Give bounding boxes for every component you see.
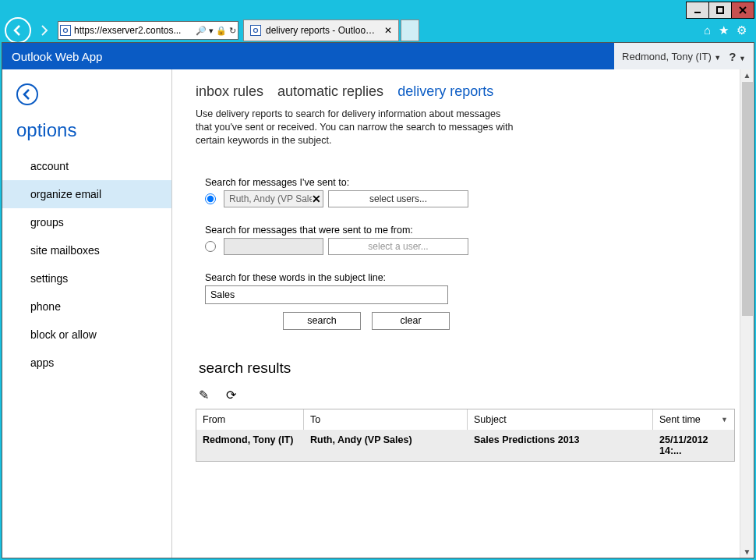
tab-favicon-icon: O	[250, 25, 261, 36]
main-content: inbox rules automatic replies delivery r…	[172, 69, 754, 558]
page-title: options	[16, 119, 171, 141]
tab-automatic-replies[interactable]: automatic replies	[277, 83, 383, 100]
clear-button[interactable]: clear	[372, 312, 450, 330]
sidebar: options account organize email groups si…	[2, 69, 172, 558]
maximize-button[interactable]	[708, 2, 732, 19]
vertical-scrollbar[interactable]: ▲ ▼	[740, 69, 754, 558]
sent-to-radio[interactable]	[205, 193, 216, 204]
col-header-from[interactable]: From	[196, 409, 304, 430]
tools-gear-icon[interactable]: ⚙	[737, 23, 747, 37]
search-dropdown-icon[interactable]: 🔎 ▾	[196, 26, 214, 36]
url-text: https://exserver2.contos...	[74, 25, 193, 36]
scroll-up-icon[interactable]: ▲	[744, 71, 751, 80]
tab-delivery-reports[interactable]: delivery reports	[397, 83, 493, 100]
home-icon[interactable]: ⌂	[704, 23, 711, 37]
app-title: Outlook Web App	[12, 50, 102, 63]
sidebar-item-settings[interactable]: settings	[2, 264, 171, 292]
col-header-sent-time[interactable]: Sent time ▼	[653, 409, 734, 430]
subject-input[interactable]	[205, 285, 448, 304]
scroll-down-icon[interactable]: ▼	[744, 548, 751, 556]
browser-tab-active[interactable]: O delivery reports - Outlook ... ✕	[243, 19, 399, 41]
results-heading: search results	[199, 360, 754, 377]
select-users-button[interactable]: select users...	[328, 190, 468, 207]
tab-title: delivery reports - Outlook ...	[266, 25, 380, 36]
address-bar[interactable]: O https://exserver2.contos... 🔎 ▾ 🔒 ↻	[58, 21, 238, 40]
col-header-to[interactable]: To	[304, 409, 468, 430]
clear-recipient-icon[interactable]: ✕	[312, 193, 321, 205]
tab-inbox-rules[interactable]: inbox rules	[196, 83, 263, 100]
results-table: From To Subject Sent time ▼ Redmond, Ton…	[196, 409, 735, 462]
refresh-icon[interactable]: ↻	[229, 26, 236, 36]
back-button[interactable]	[5, 17, 31, 44]
sent-from-value-field	[224, 238, 323, 255]
sidebar-item-groups[interactable]: groups	[2, 208, 171, 236]
window-title-bar	[2, 2, 754, 19]
close-button[interactable]	[731, 2, 754, 19]
refresh-results-icon[interactable]: ⟳	[226, 388, 236, 402]
minimize-button[interactable]	[686, 2, 709, 19]
help-icon: ?	[729, 50, 736, 63]
sent-to-value-field[interactable]: Ruth, Andy (VP Sales) ✕	[224, 190, 323, 207]
select-a-user-button[interactable]: select a user...	[328, 238, 468, 255]
user-menu[interactable]: Redmond, Tony (IT) ▼	[622, 51, 721, 62]
subject-label: Search for these words in the subject li…	[205, 272, 754, 283]
sent-from-label: Search for messages that were sent to me…	[205, 225, 754, 236]
sidebar-item-organize-email[interactable]: organize email	[2, 180, 171, 208]
search-button[interactable]: search	[283, 312, 361, 330]
tab-close-icon[interactable]: ✕	[384, 25, 392, 36]
col-header-subject[interactable]: Subject	[468, 409, 653, 430]
edit-icon[interactable]: ✎	[199, 388, 209, 402]
scroll-thumb[interactable]	[742, 82, 753, 316]
caret-down-icon: ▼	[714, 54, 721, 62]
sidebar-item-site-mailboxes[interactable]: site mailboxes	[2, 236, 171, 264]
back-to-mail-button[interactable]	[16, 83, 38, 105]
favorites-icon[interactable]: ★	[719, 23, 729, 37]
help-menu[interactable]: ? ▼	[729, 50, 746, 63]
app-header: Outlook Web App Redmond, Tony (IT) ▼ ? ▼	[2, 43, 754, 69]
forward-button[interactable]	[33, 19, 56, 41]
sidebar-item-account[interactable]: account	[2, 152, 171, 180]
favicon-icon: O	[60, 25, 71, 36]
sent-to-label: Search for messages I've sent to:	[205, 177, 754, 188]
sidebar-item-block-or-allow[interactable]: block or allow	[2, 321, 171, 349]
sidebar-item-apps[interactable]: apps	[2, 349, 171, 377]
svg-rect-1	[717, 7, 723, 13]
caret-down-icon: ▼	[739, 55, 746, 62]
description-text: Use delivery reports to search for deliv…	[196, 108, 515, 147]
table-row[interactable]: Redmond, Tony (IT) Ruth, Andy (VP Sales)…	[196, 430, 734, 461]
sidebar-item-phone[interactable]: phone	[2, 292, 171, 321]
browser-toolbar: O https://exserver2.contos... 🔎 ▾ 🔒 ↻ O …	[2, 19, 754, 42]
sort-desc-icon: ▼	[721, 416, 728, 424]
new-tab-button[interactable]	[401, 19, 419, 41]
sent-from-radio[interactable]	[205, 241, 216, 252]
lock-icon: 🔒	[216, 26, 227, 36]
